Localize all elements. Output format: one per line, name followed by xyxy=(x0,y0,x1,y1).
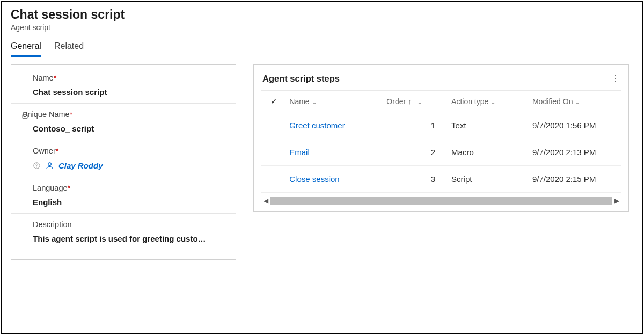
chevron-down-icon: ⌄ xyxy=(491,98,496,106)
checkmark-icon: ✓ xyxy=(270,97,277,106)
page-title: Chat session script xyxy=(11,8,633,22)
cell-modified-on: 9/7/2020 2:15 PM xyxy=(529,166,621,193)
column-modified-on[interactable]: Modified On⌄ xyxy=(529,91,621,112)
column-select-all[interactable]: ✓ xyxy=(261,91,286,112)
row-checkbox[interactable] xyxy=(261,112,286,139)
cell-action-type: Script xyxy=(448,166,529,193)
step-link[interactable]: Greet customer xyxy=(289,121,345,130)
column-order[interactable]: Order↑ ⌄ xyxy=(383,91,448,112)
cell-order: 3 xyxy=(383,166,448,193)
cell-modified-on: 9/7/2020 1:56 PM xyxy=(529,112,621,139)
tab-bar: General Related xyxy=(11,39,633,57)
table-header-row: ✓ Name⌄ Order↑ ⌄ Action type⌄ Modified O… xyxy=(261,91,621,112)
field-owner-label: Owner* xyxy=(33,147,226,155)
column-name[interactable]: Name⌄ xyxy=(286,91,383,112)
scroll-left-icon[interactable]: ◀ xyxy=(261,197,270,205)
scrollbar-track[interactable] xyxy=(270,197,612,205)
steps-table: ✓ Name⌄ Order↑ ⌄ Action type⌄ Modified O… xyxy=(261,91,621,193)
svg-point-2 xyxy=(36,168,37,168)
cell-modified-on: 9/7/2020 2:13 PM xyxy=(529,139,621,166)
cell-name: Greet customer xyxy=(286,112,383,139)
cell-name: Close session xyxy=(286,166,383,193)
grid-title: Agent script steps xyxy=(262,74,340,84)
field-name-value: Chat session script xyxy=(33,88,226,97)
page-header: Chat session script Agent script xyxy=(11,8,633,32)
cell-name: Email xyxy=(286,139,383,166)
cell-action-type: Macro xyxy=(448,139,529,166)
content-columns: Name* Chat session script Unique Name* C… xyxy=(11,64,633,260)
lock-icon xyxy=(21,110,29,120)
chevron-down-icon: ⌄ xyxy=(575,98,580,106)
field-unique-name-label: Unique Name* xyxy=(22,110,226,119)
field-language-value: English xyxy=(33,198,226,207)
horizontal-scrollbar[interactable]: ◀ ▶ xyxy=(261,196,621,206)
cell-order: 1 xyxy=(383,112,448,139)
field-description-label: Description xyxy=(33,220,226,229)
cell-action-type: Text xyxy=(448,112,529,139)
owner-value-row: Clay Roddy xyxy=(33,161,226,170)
field-unique-name[interactable]: Unique Name* Contoso_ script xyxy=(11,110,236,140)
field-language[interactable]: Language* English xyxy=(11,184,236,214)
tab-general[interactable]: General xyxy=(11,39,41,57)
step-link[interactable]: Email xyxy=(289,148,310,157)
grid-header: Agent script steps ⋮ xyxy=(261,74,621,91)
cell-order: 2 xyxy=(383,139,448,166)
field-owner[interactable]: Owner* Clay Roddy xyxy=(11,147,236,177)
owner-link[interactable]: Clay Roddy xyxy=(58,161,103,170)
field-name-label: Name* xyxy=(33,74,226,82)
svg-rect-0 xyxy=(23,115,27,118)
field-unique-name-value: Contoso_ script xyxy=(33,124,226,133)
field-language-label: Language* xyxy=(33,184,226,192)
page-frame: Chat session script Agent script General… xyxy=(1,1,643,334)
user-icon xyxy=(45,161,54,170)
tab-related[interactable]: Related xyxy=(54,39,84,57)
chevron-down-icon: ⌄ xyxy=(312,98,317,106)
form-panel: Name* Chat session script Unique Name* C… xyxy=(11,64,236,260)
column-action-type[interactable]: Action type⌄ xyxy=(448,91,529,112)
page-subtitle: Agent script xyxy=(11,23,633,32)
table-row[interactable]: Greet customer 1 Text 9/7/2020 1:56 PM xyxy=(261,112,621,139)
scroll-right-icon[interactable]: ▶ xyxy=(612,197,621,205)
more-menu-icon[interactable]: ⋮ xyxy=(611,74,620,84)
table-row[interactable]: Email 2 Macro 9/7/2020 2:13 PM xyxy=(261,139,621,166)
field-name[interactable]: Name* Chat session script xyxy=(11,74,236,104)
grid-panel: Agent script steps ⋮ ✓ Name⌄ Order↑ ⌄ Ac… xyxy=(253,64,629,212)
row-checkbox[interactable] xyxy=(261,139,286,166)
field-description[interactable]: Description This agent script is used fo… xyxy=(11,220,236,250)
svg-point-3 xyxy=(48,163,52,166)
sort-ascending-icon: ↑ xyxy=(408,98,412,106)
field-description-value: This agent script is used for greeting c… xyxy=(33,234,226,243)
info-icon xyxy=(33,161,41,170)
chevron-down-icon: ⌄ xyxy=(414,98,423,106)
step-link[interactable]: Close session xyxy=(289,174,339,184)
row-checkbox[interactable] xyxy=(261,166,286,193)
table-row[interactable]: Close session 3 Script 9/7/2020 2:15 PM xyxy=(261,166,621,193)
